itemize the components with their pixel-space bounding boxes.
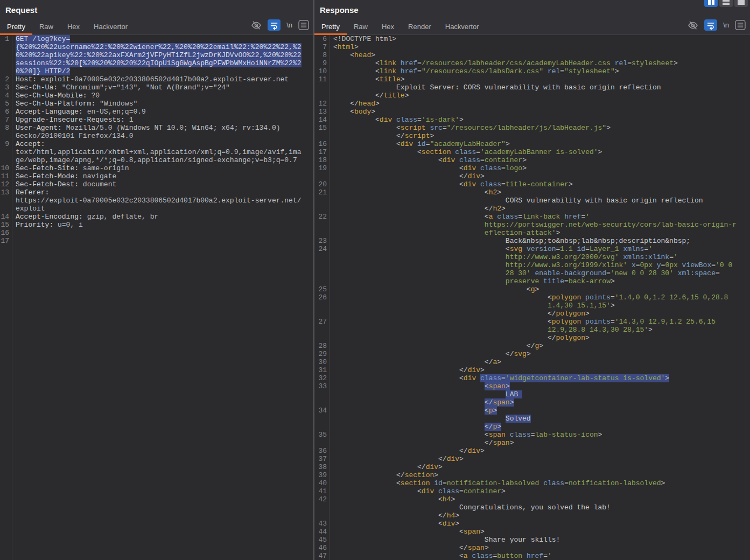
line-content: </h4> — [330, 512, 459, 520]
code-segment: User-Agent: — [16, 124, 62, 132]
line-number — [314, 512, 330, 520]
code-line: 27 <polygon points='14.3,0 12.9,1.2 25.6… — [314, 318, 750, 326]
tab-pretty[interactable]: Pretty — [314, 19, 347, 35]
code-segment: gzip, deflate, br — [83, 213, 158, 221]
tab-hex[interactable]: Hex — [60, 19, 87, 35]
tab-raw[interactable]: Raw — [32, 19, 60, 35]
code-segment: "/resources/labheader/js/labHeader.js" — [447, 124, 606, 132]
code-segment — [333, 334, 548, 342]
code-segment: xmlns — [623, 245, 644, 253]
code-segment: = — [543, 552, 548, 560]
menu-icon[interactable] — [735, 20, 746, 30]
selection-highlight: Solved — [506, 415, 531, 423]
code-segment: < — [485, 431, 489, 439]
code-segment: eflection-attack' — [485, 229, 556, 237]
code-segment — [455, 156, 459, 164]
line-content: </div> — [330, 172, 485, 180]
code-segment: text/html,application/xhtml+xml,applicat… — [16, 148, 302, 156]
code-segment — [333, 237, 506, 245]
newline-icon[interactable]: \n — [723, 21, 729, 29]
code-segment: ' — [548, 552, 552, 560]
line-content: preserve title=back-arrow> — [330, 277, 615, 285]
request-panel: Request PrettyRawHexHackvertor \n — [0, 0, 313, 560]
wrap-toggle-icon[interactable] — [268, 19, 281, 31]
code-segment — [560, 213, 564, 221]
line-content: </div> — [330, 447, 485, 455]
code-segment: < — [396, 124, 401, 132]
layout-single-button[interactable] — [734, 0, 748, 7]
request-editor[interactable]: 1GET /log?key={%20%20%22username%22:%20%… — [0, 35, 313, 560]
line-number: 2 — [0, 75, 12, 83]
line-number: 16 — [0, 229, 12, 237]
line-number: 13 — [314, 108, 330, 116]
line-number: 30 — [314, 358, 330, 366]
newline-icon[interactable]: \n — [286, 21, 292, 29]
code-segment — [333, 415, 506, 423]
line-content: http://www.w3.org/1999/xlink' x=0px y=0p… — [330, 261, 732, 269]
code-segment: a — [464, 552, 468, 560]
selection-highlight: < — [485, 382, 489, 390]
code-segment: </ — [417, 463, 426, 471]
code-segment: > — [527, 350, 531, 358]
code-segment: div — [422, 487, 434, 495]
code-line: 4Sec-Ch-Ua-Mobile: ?0 — [0, 92, 313, 100]
tab-hex[interactable]: Hex — [375, 19, 401, 35]
code-segment — [333, 180, 459, 188]
code-segment — [333, 293, 548, 302]
code-segment: < — [459, 552, 464, 560]
code-segment: src — [430, 124, 442, 132]
line-number: 14 — [314, 116, 330, 124]
tab-hackvertor[interactable]: Hackvertor — [438, 19, 486, 35]
code-segment: > — [497, 188, 501, 197]
code-segment — [413, 140, 417, 148]
code-segment — [333, 318, 548, 326]
layout-columns-button[interactable] — [704, 0, 718, 7]
line-content: Upgrade-Insecure-Requests: 1 — [12, 116, 133, 124]
code-segment: title — [380, 75, 401, 83]
code-segment: > — [459, 455, 464, 463]
code-segment — [333, 140, 396, 148]
code-segment: </ — [396, 471, 405, 479]
request-header: Request PrettyRawHexHackvertor \n — [0, 0, 313, 35]
code-segment — [333, 59, 375, 67]
code-segment: button — [497, 552, 522, 560]
code-segment: </ — [438, 455, 447, 463]
code-segment: </ — [459, 172, 468, 180]
code-segment: u=0, i — [53, 221, 83, 229]
tab-render[interactable]: Render — [401, 19, 438, 35]
code-segment: </ — [485, 358, 493, 366]
code-segment — [333, 528, 459, 536]
code-line: 0%20]} HTTP/2 — [0, 67, 313, 75]
code-segment: > — [611, 302, 615, 310]
code-segment — [333, 302, 548, 310]
code-segment: back-arrow — [569, 277, 611, 285]
code-line: preserve title=back-arrow> — [314, 277, 750, 285]
code-segment — [573, 245, 577, 253]
tab-raw[interactable]: Raw — [347, 19, 375, 35]
line-number: 6 — [0, 108, 12, 116]
menu-icon[interactable] — [298, 20, 309, 30]
layout-rows-button[interactable] — [719, 0, 733, 7]
code-segment: "Chromium";v="143", "Not A(Brand";v="24" — [58, 83, 230, 92]
code-segment: < — [375, 75, 380, 83]
tab-pretty[interactable]: Pretty — [0, 19, 32, 35]
code-line: Congratulations, you solved the lab! — [314, 503, 750, 512]
code-segment: https://portswigger.net/web-security/cor… — [485, 221, 737, 229]
code-segment: > — [480, 172, 485, 180]
code-segment: </ — [350, 100, 359, 108]
wrap-toggle-icon[interactable] — [704, 19, 717, 31]
code-line: 13 <body> — [314, 108, 750, 116]
response-editor[interactable]: 6<!DOCTYPE html>7<html>8 <head>9 <link h… — [314, 35, 750, 560]
tab-hackvertor[interactable]: Hackvertor — [87, 19, 135, 35]
eye-off-icon[interactable] — [688, 20, 698, 31]
line-content — [12, 237, 16, 245]
code-segment: div — [443, 156, 455, 164]
line-content: <span class=lab-status-icon> — [330, 431, 602, 439]
code-segment: = — [501, 164, 506, 172]
code-line: 6Accept-Language: en-US,en;q=0.9 — [0, 108, 313, 116]
line-content: <head> — [330, 51, 375, 59]
code-segment: class — [497, 213, 518, 221]
line-number: 37 — [314, 455, 330, 463]
code-segment: href — [401, 59, 417, 67]
eye-off-icon[interactable] — [251, 20, 262, 31]
